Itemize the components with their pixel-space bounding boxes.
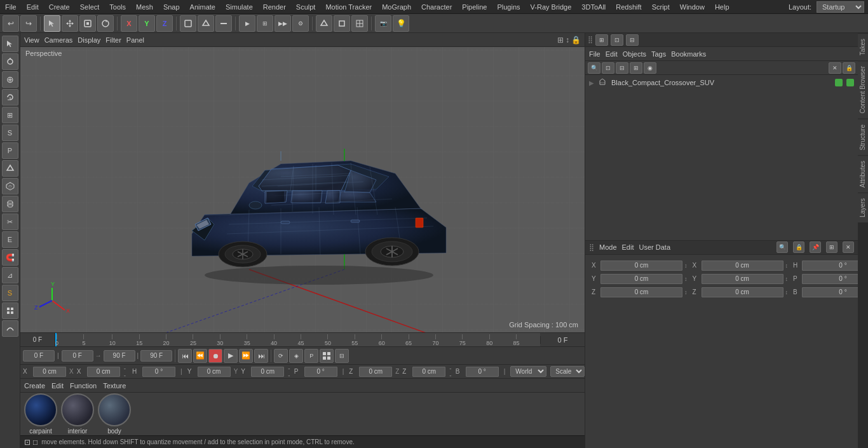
scale-dropdown[interactable]: Scale Size — [550, 366, 585, 377]
attr-y-input[interactable] — [600, 274, 682, 284]
loop-toggle[interactable]: ⟳ — [274, 349, 288, 363]
obj-menu-tags[interactable]: Tags — [651, 50, 666, 58]
tab-takes[interactable]: Takes — [858, 33, 868, 60]
attr-tool-close[interactable]: ✕ — [843, 241, 854, 253]
material-body[interactable]: body — [98, 393, 131, 435]
obj-menu-file[interactable]: File — [589, 50, 600, 58]
menu-pipeline[interactable]: Pipeline — [457, 2, 492, 12]
z-pos-input[interactable] — [359, 367, 392, 377]
menu-redshift[interactable]: Redshift — [611, 2, 646, 12]
attr-menu-userdata[interactable]: User Data — [639, 243, 671, 251]
menu-vray[interactable]: V-Ray Bridge — [526, 2, 577, 12]
attr-x-input[interactable] — [600, 261, 682, 271]
vp-menu-filter[interactable]: Filter — [105, 36, 121, 44]
tool-extrude[interactable]: E — [2, 231, 18, 248]
world-space-dropdown[interactable]: World Object — [510, 366, 546, 377]
obj-toolbar-lock[interactable]: 🔒 — [843, 62, 855, 74]
render-settings-button[interactable]: ⚙ — [292, 15, 309, 32]
z-size-input[interactable] — [412, 367, 445, 377]
tool-mirror[interactable]: ⊿ — [2, 267, 18, 283]
redo-button[interactable]: ↪ — [20, 15, 37, 32]
render-preview-button[interactable]: ▶ — [239, 15, 255, 32]
obj-menu-edit[interactable]: Edit — [606, 50, 618, 58]
menu-create[interactable]: Create — [44, 2, 75, 12]
frame-start-input[interactable] — [23, 350, 55, 362]
keyframe-button[interactable]: ◈ — [289, 349, 303, 363]
perspective-view-button[interactable] — [316, 15, 332, 32]
menu-render[interactable]: Render — [258, 2, 291, 12]
vp-menu-display[interactable]: Display — [78, 36, 100, 44]
polygon-mode-button[interactable] — [198, 15, 214, 32]
menu-tools[interactable]: Tools — [104, 2, 131, 12]
obj-header-btn3[interactable]: ⊟ — [626, 34, 639, 46]
object-mode-button[interactable] — [180, 15, 196, 32]
obj-header-btn1[interactable]: ⊞ — [595, 34, 608, 46]
h-rot-input[interactable] — [142, 367, 175, 377]
menu-mesh[interactable]: Mesh — [131, 2, 158, 12]
sync-button[interactable]: ⊟ — [335, 349, 349, 363]
render-active-button[interactable]: ▶▶ — [275, 15, 291, 32]
y-size-input[interactable] — [251, 367, 284, 377]
menu-motion-tracker[interactable]: Motion Tracker — [320, 2, 377, 12]
x-pos-input[interactable] — [33, 367, 66, 377]
menu-snap[interactable]: Snap — [158, 2, 185, 12]
menu-simulate[interactable]: Simulate — [220, 2, 258, 12]
rotate-tool-button[interactable] — [97, 15, 114, 32]
vp-menu-view[interactable]: View — [24, 36, 39, 44]
tool-move2[interactable]: ⊕ — [2, 71, 18, 88]
y-axis-button[interactable]: Y — [139, 15, 155, 32]
menu-select[interactable]: Select — [75, 2, 105, 12]
mat-menu-function[interactable]: Function — [70, 382, 97, 390]
tool-cube[interactable] — [2, 178, 18, 194]
select-tool-button[interactable] — [44, 15, 60, 32]
menu-animate[interactable]: Animate — [185, 2, 220, 12]
obj-header-btn2[interactable]: ⊡ — [611, 34, 623, 46]
render-region-button[interactable]: ⊞ — [257, 15, 273, 32]
viewport-maximize-icon[interactable]: ⊞ — [557, 36, 564, 44]
attr-zsize-input[interactable] — [702, 287, 783, 297]
menu-file[interactable]: File — [0, 2, 22, 12]
tab-content-browser[interactable]: Content Browser — [858, 60, 868, 118]
next-frame-button[interactable]: ⏩ — [239, 349, 253, 363]
obj-toolbar-btn3[interactable]: ⊟ — [616, 62, 628, 74]
move-tool-button[interactable] — [62, 15, 78, 32]
material-carpaint[interactable]: carpaint — [24, 393, 57, 435]
b-rot-input[interactable] — [466, 367, 499, 377]
tool-s[interactable]: S — [2, 285, 18, 301]
attr-tool-search[interactable]: 🔍 — [776, 241, 788, 253]
p-rot-input[interactable] — [304, 367, 337, 377]
tool-edge[interactable] — [2, 160, 18, 177]
scale-tool-button[interactable] — [79, 15, 96, 32]
obj-toolbar-btn5[interactable]: ◉ — [644, 62, 656, 74]
edge-mode-button[interactable] — [215, 15, 232, 32]
tool-deformer[interactable] — [2, 320, 18, 337]
tool-snap2[interactable]: 🧲 — [2, 249, 18, 266]
menu-help[interactable]: Help — [710, 2, 735, 12]
tool-cylinder[interactable] — [2, 196, 18, 212]
camera-button[interactable]: 📷 — [375, 15, 391, 32]
attr-z-input[interactable] — [600, 287, 682, 297]
stop-button[interactable]: ⏺ — [208, 349, 222, 363]
undo-button[interactable]: ↩ — [3, 15, 19, 32]
attr-tool-lock[interactable]: 🔒 — [793, 241, 804, 253]
menu-mograph[interactable]: MoGraph — [377, 2, 416, 12]
tool-grid[interactable] — [2, 302, 18, 319]
y-pos-input[interactable] — [198, 367, 231, 377]
status-icon-1[interactable]: ⊡ — [24, 438, 31, 447]
4view-button[interactable] — [351, 15, 368, 32]
frame-end-input[interactable] — [104, 350, 135, 362]
menu-3dtoall[interactable]: 3DToAll — [576, 2, 611, 12]
viewport-3d[interactable]: Perspective — [20, 47, 585, 332]
tool-paint[interactable]: P — [2, 142, 18, 159]
attr-menu-edit[interactable]: Edit — [622, 243, 634, 251]
obj-menu-bookmarks[interactable]: Bookmarks — [671, 50, 706, 58]
attr-tool-pin[interactable]: 📌 — [810, 241, 821, 253]
attr-ysize-input[interactable] — [702, 274, 783, 284]
layout-dropdown[interactable]: Startup Standard Modeling — [817, 1, 864, 13]
frame-current-input[interactable] — [62, 350, 93, 362]
menu-sculpt[interactable]: Sculpt — [291, 2, 321, 12]
attr-menu-mode[interactable]: Mode — [599, 243, 617, 251]
layout-selector[interactable]: Layout: Startup Standard Modeling — [789, 1, 868, 13]
obj-toolbar-btn2[interactable]: ⊡ — [602, 62, 614, 74]
grid-view-toggle[interactable] — [320, 349, 334, 363]
